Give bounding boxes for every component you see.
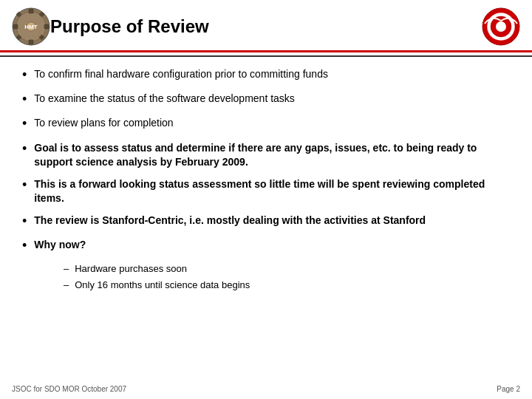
bullet-text: To confirm final hardware configuration … — [34, 67, 328, 82]
sub-bullet-item: –Hardware purchases soon — [64, 262, 510, 276]
divider-red — [0, 50, 532, 52]
bullet-item: •To examine the status of the software d… — [22, 92, 510, 109]
bullet-dot: • — [22, 90, 27, 109]
footer-right: Page 2 — [497, 385, 520, 393]
bullet-item: •Why now? — [22, 238, 510, 255]
bullet-text: Goal is to assess status and determine i… — [34, 141, 510, 170]
bullet-item: •To review plans for completion — [22, 116, 510, 133]
bullet-item: •The review is Stanford-Centric, i.e. mo… — [22, 214, 510, 231]
svg-rect-6 — [44, 24, 49, 29]
bullet-dot: • — [22, 212, 27, 231]
svg-text:HMT: HMT — [24, 24, 37, 30]
bullet-item: •To confirm final hardware configuration… — [22, 67, 510, 84]
bullet-dot: • — [22, 115, 27, 133]
content-area: •To confirm final hardware configuration… — [0, 67, 532, 292]
bullet-text: To examine the status of the software de… — [34, 92, 295, 106]
bullet-dot: • — [22, 140, 27, 158]
footer: JSOC for SDO MOR October 2007 Page 2 — [12, 385, 520, 393]
sub-bullet-text: Hardware purchases soon — [75, 262, 187, 276]
svg-rect-4 — [29, 40, 33, 44]
page-title: Purpose of Review — [50, 16, 482, 37]
svg-rect-3 — [29, 9, 33, 13]
bullet-text: This is a forward looking status assessm… — [34, 177, 510, 206]
sub-bullet-dash: – — [64, 262, 69, 276]
svg-text:AAA: AAA — [497, 26, 507, 30]
bullet-dot: • — [22, 236, 27, 255]
bullet-text: Why now? — [34, 238, 86, 253]
header: HMT Purpose of Review AAA — [0, 0, 532, 50]
logo-left: HMT — [12, 7, 50, 46]
sub-bullet-item: –Only 16 months until science data begin… — [64, 279, 510, 292]
bullet-dot: • — [22, 176, 27, 194]
sub-bullets: –Hardware purchases soon–Only 16 months … — [64, 262, 510, 291]
bullet-item: •This is a forward looking status assess… — [22, 177, 510, 206]
bullet-item: •Goal is to assess status and determine … — [22, 141, 510, 170]
divider-dark — [0, 55, 532, 57]
bullet-text: To review plans for completion — [34, 116, 173, 131]
logo-right: AAA — [482, 7, 520, 46]
sub-bullet-dash: – — [64, 279, 69, 292]
bullet-text: The review is Stanford-Centric, i.e. mos… — [34, 214, 426, 228]
footer-left: JSOC for SDO MOR October 2007 — [12, 385, 126, 393]
bullet-dot: • — [22, 66, 27, 84]
sub-bullet-text: Only 16 months until science data begins — [75, 279, 250, 292]
svg-rect-5 — [13, 24, 18, 29]
